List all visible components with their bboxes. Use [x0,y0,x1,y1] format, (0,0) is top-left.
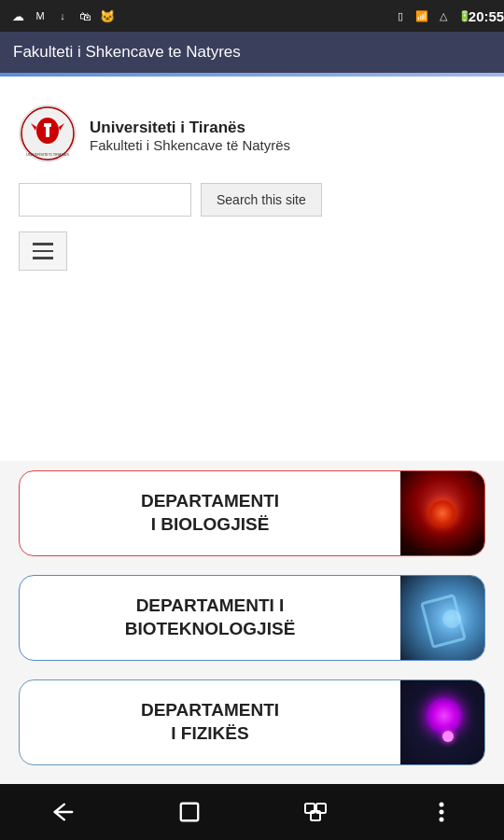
main-content: UNIVERSITETI TIRANËS Universiteti i Tira… [0,77,504,461]
dept-label-fizika: DEPARTAMENTI I FIZIKËS [141,699,279,745]
dept-label-biotech: DEPARTAMENTI I BIOTEKNOLOGJISË [125,595,296,640]
app-icon: 🐱 [99,7,116,24]
status-time: 20:55 [478,7,495,24]
dept-img-biology-visual [400,471,484,555]
title-bar: Fakulteti i Shkencave te Natyres [0,32,504,73]
search-input[interactable] [19,183,191,217]
hamburger-icon [33,243,53,259]
svg-rect-11 [180,804,197,820]
status-icons-left: ☁ M ↓ 🛍 🐱 [9,7,116,24]
nav-bar [0,784,504,840]
svg-rect-5 [46,126,49,137]
back-button[interactable] [41,790,86,834]
home-button[interactable] [167,790,212,834]
dept-img-fizika-visual [400,680,484,764]
network-icon: △ [435,7,452,24]
hamburger-menu-button[interactable] [19,231,67,271]
dept-text-biology: DEPARTAMENTI I BIOLOGJISË [20,471,400,555]
download-icon: ↓ [54,7,71,24]
university-name-sub: Fakulteti i Shkencave të Natyrës [90,137,290,153]
status-bar: ☁ M ↓ 🛍 🐱 ▯ 📶 △ 🔋 20:55 [0,0,504,32]
wifi-icon: 📶 [413,7,430,24]
dept-card-fizika[interactable]: DEPARTAMENTI I FIZIKËS [19,679,485,765]
more-button[interactable] [419,790,464,834]
svg-text:UNIVERSITETI TIRANËS: UNIVERSITETI TIRANËS [26,152,69,157]
cloud-icon: ☁ [9,7,26,24]
university-name-main: Universiteti i Tiranës [90,119,290,137]
university-names: Universiteti i Tiranës Fakulteti i Shken… [90,119,290,153]
shopping-icon: 🛍 [77,7,93,24]
search-button[interactable]: Search this site [201,183,322,217]
dept-text-fizika: DEPARTAMENTI I FIZIKËS [20,680,400,764]
dept-img-biotech-visual [400,576,484,660]
recents-button[interactable] [293,790,338,834]
university-header: UNIVERSITETI TIRANËS Universiteti i Tira… [19,105,485,166]
university-logo: UNIVERSITETI TIRANËS [19,105,77,166]
gmail-icon: M [32,7,49,24]
dept-image-fizika [400,680,484,764]
search-area: Search this site [19,183,485,217]
signal-icon: ▯ [392,7,409,24]
dept-text-biotech: DEPARTAMENTI I BIOTEKNOLOGJISË [20,576,400,660]
dept-card-biology[interactable]: DEPARTAMENTI I BIOLOGJISË [19,470,485,556]
dept-card-biotech[interactable]: DEPARTAMENTI I BIOTEKNOLOGJISË [19,575,485,661]
dept-label-biology: DEPARTAMENTI I BIOLOGJISË [141,490,279,536]
svg-point-15 [439,803,443,807]
svg-point-17 [439,818,443,822]
dept-image-biology [400,471,484,555]
svg-point-16 [439,810,443,815]
page-title: Fakulteti i Shkencave te Natyres [13,43,241,62]
departments-area: DEPARTAMENTI I BIOLOGJISË DEPARTAMENTI I… [0,461,504,784]
dept-image-biotech [400,576,484,660]
status-icons-right: ▯ 📶 △ 🔋 20:55 [392,7,495,24]
